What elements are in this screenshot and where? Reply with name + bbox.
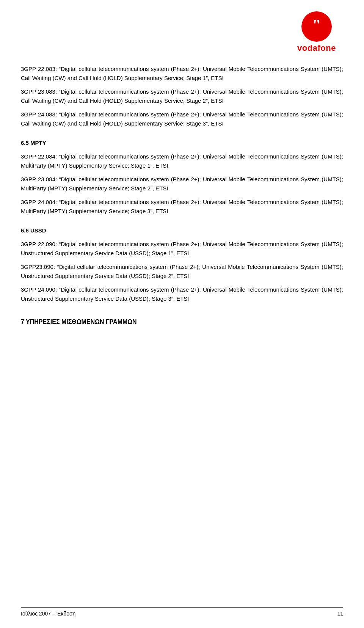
paragraph-3gpp-24-090: 3GPP 24.090: “Digital cellular telecommu… — [21, 285, 343, 303]
paragraph-3gpp-22-090: 3GPP 22.090: “Digital cellular telecommu… — [21, 240, 343, 258]
footer-page-number: 11 — [337, 611, 343, 617]
logo-circle: " — [301, 11, 332, 42]
logo-brand-text: vodafone — [297, 43, 336, 53]
paragraph-3gpp-22-083: 3GPP 22.083: “Digital cellular telecommu… — [21, 64, 343, 83]
main-content: 3GPP 22.083: “Digital cellular telecommu… — [21, 19, 343, 325]
section-66-heading: 6.6 USSD — [21, 227, 343, 234]
paragraph-3gpp-24-083: 3GPP 24.083: “Digital cellular telecommu… — [21, 110, 343, 128]
vodafone-logo: " vodafone — [290, 11, 343, 53]
page-container: " vodafone 3GPP 22.083: “Digital cellula… — [0, 0, 364, 628]
section-65-heading: 6.5 MPTY — [21, 140, 343, 146]
paragraph-3gpp-23-083: 3GPP 23.083: “Digital cellular telecommu… — [21, 87, 343, 105]
paragraph-3gpp-22-084: 3GPP 22.084: “Digital cellular telecommu… — [21, 152, 343, 170]
paragraph-3gpp23-090: 3GPP23.090: “Digital cellular telecommun… — [21, 262, 343, 281]
section-7-heading: 7 ΥΠΗΡΕΣΙΕΣ ΜΙΣΘΩΜΕΝΩΝ ΓΡΑΜΜΩΝ — [21, 319, 343, 325]
logo-container: " vodafone — [290, 11, 343, 53]
page-footer: Ιούλιος 2007 – Έκδοση 11 — [21, 607, 343, 617]
paragraph-3gpp-23-084: 3GPP 23.084: “Digital cellular telecommu… — [21, 175, 343, 193]
logo-quote-symbol: " — [312, 17, 321, 33]
paragraph-3gpp-24-084: 3GPP 24.084: “Digital cellular telecommu… — [21, 198, 343, 216]
footer-date: Ιούλιος 2007 – Έκδοση — [21, 611, 75, 617]
